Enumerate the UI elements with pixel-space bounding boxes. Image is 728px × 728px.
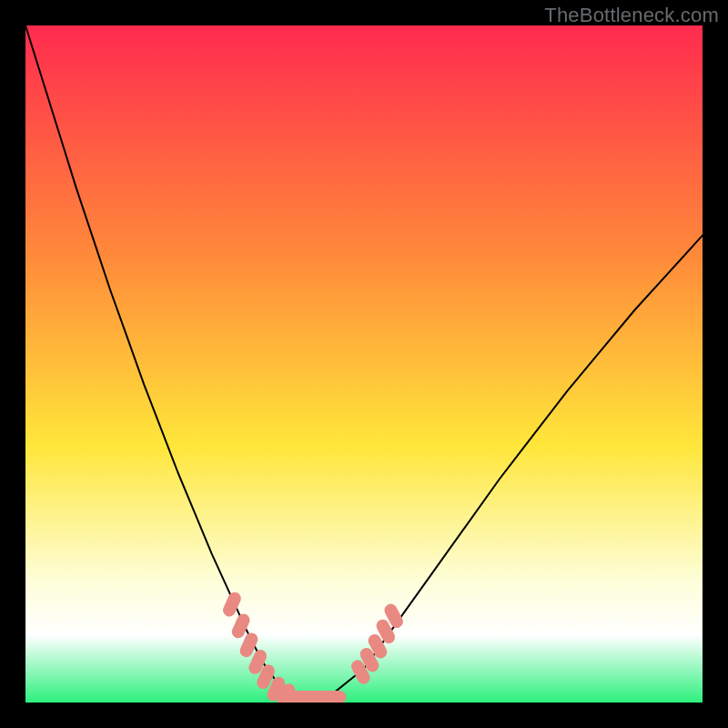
watermark-text: TheBottleneck.com — [544, 4, 719, 27]
gradient-background — [25, 25, 703, 703]
chart-frame: TheBottleneck.com — [0, 0, 728, 728]
plot-area — [25, 25, 703, 703]
curve-marker — [321, 691, 347, 703]
plot-svg — [25, 25, 703, 703]
